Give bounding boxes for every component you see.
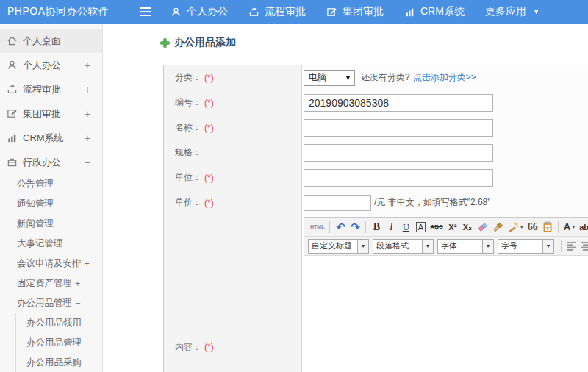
top-nav-menu: 个人办公 流程审批 集团审批 [171, 5, 560, 18]
collapse-minus-icon[interactable]: − [75, 298, 80, 309]
form-row-price: 单价： (*) /元 非中文，如填写格式"2.68" [164, 190, 588, 215]
edit-icon [7, 108, 18, 119]
eraser-icon [477, 222, 488, 232]
bold-button[interactable]: B [370, 220, 383, 235]
clipboard-text-icon: T [542, 221, 553, 232]
add-category-link[interactable]: 点击添加分类>> [413, 71, 476, 84]
format-brush-button[interactable] [491, 220, 505, 235]
expand-plus-icon[interactable]: + [85, 108, 90, 120]
form-row-code: 编号： (*) [164, 90, 588, 115]
unit-input[interactable] [304, 169, 493, 187]
nav-more-apps[interactable]: 更多应用 ▼ [485, 5, 539, 18]
expand-plus-icon[interactable]: + [85, 259, 90, 269]
chart-icon [7, 132, 18, 143]
spec-input[interactable] [304, 144, 493, 162]
required-marker: (*) [204, 123, 214, 133]
align-left-button[interactable] [565, 239, 578, 254]
undo-icon[interactable]: ↶ [334, 220, 347, 235]
spec-field-cell [302, 140, 588, 165]
hamburger-menu-icon[interactable] [140, 7, 151, 16]
required-marker: (*) [204, 98, 214, 108]
expand-plus-icon[interactable]: + [85, 84, 90, 96]
font-border-button[interactable]: A [416, 222, 426, 232]
remove-format-button[interactable] [476, 220, 490, 235]
name-label-cell: 名称： (*) [164, 115, 302, 140]
sidebar-item-personal-office[interactable]: 个人办公 + [0, 53, 102, 77]
briefcase-icon [7, 157, 18, 168]
price-label-cell: 单价： (*) [164, 190, 302, 215]
sidebar-subitem-announcements[interactable]: 公告管理 [0, 174, 102, 194]
main-content: 办公用品添加 分类： (*) 电脑 ▼ 还没有分类? 点击添加分类>> [104, 24, 588, 372]
toolbar-separator [365, 221, 366, 233]
expand-plus-icon[interactable]: + [85, 60, 90, 71]
select-caret-icon: ▼ [345, 74, 351, 82]
price-input[interactable] [304, 195, 371, 211]
font-color-button[interactable]: A ▾ [562, 220, 576, 235]
select-value: 字号 [498, 240, 542, 251]
toolbar-separator [329, 221, 330, 233]
editor-content-area[interactable] [304, 256, 588, 372]
sidebar-subitem-label: 固定资产管理 [17, 277, 72, 290]
auto-typeset-button[interactable]: ▾ [506, 220, 525, 235]
sidebar-item-workflow-approval[interactable]: 流程审批 + [0, 77, 102, 101]
expand-plus-icon[interactable]: + [75, 279, 80, 289]
rich-text-editor: HTML ↶ ↷ B I U A ABC X² X₂ [304, 217, 588, 372]
sidebar-subitem-fixed-assets[interactable]: 固定资产管理 + [0, 273, 102, 293]
sidebar-item-crm-system[interactable]: CRM系统 + [0, 126, 102, 150]
sidebar-item-admin-office[interactable]: 行政办公 − [0, 150, 102, 174]
caret-down-icon: ▾ [482, 240, 493, 253]
edit-icon [326, 7, 337, 18]
nav-item-label: CRM系统 [420, 5, 465, 18]
paragraph-format-select[interactable]: 段落格式 ▾ [373, 239, 434, 254]
form-row-category: 分类： (*) 电脑 ▼ 还没有分类? 点击添加分类>> [164, 65, 588, 90]
caret-down-icon: ▾ [520, 223, 523, 230]
sidebar-subitem-news[interactable]: 新闻管理 [0, 214, 102, 234]
subscript-button[interactable]: X₂ [461, 220, 474, 235]
sidebar-item-label: 流程审批 [23, 83, 61, 96]
sidebar-subitem-supplies-management[interactable]: 办公用品管理 [16, 333, 102, 353]
sidebar-item-label: 行政办公 [23, 156, 61, 169]
paste-as-text-button[interactable]: T [541, 220, 554, 235]
sidebar-item-personal-desktop[interactable]: 个人桌面 [0, 29, 102, 53]
office-supplies-submenu: 办公用品领用 办公用品管理 办公用品采购 [15, 313, 102, 372]
nav-personal-office[interactable]: 个人办公 [171, 5, 228, 18]
font-size-select[interactable]: 字号 ▾ [498, 239, 554, 254]
add-supply-form: 分类： (*) 电脑 ▼ 还没有分类? 点击添加分类>> 编号： (*) [163, 65, 588, 372]
sidebar-subitem-label: 办公用品管理 [26, 337, 82, 349]
price-format-hint: /元 非中文，如填写格式"2.68" [374, 196, 491, 209]
custom-heading-select[interactable]: 自定义标题 ▾ [308, 239, 369, 254]
highlight-color-button[interactable]: ab ▾ [578, 220, 588, 235]
caret-down-icon: ▾ [542, 240, 553, 253]
sidebar-subitem-supplies-requisition[interactable]: 办公用品领用 [16, 313, 102, 333]
caret-down-icon: ▾ [357, 240, 368, 253]
sidebar-subitem-memorabilia[interactable]: 大事记管理 [0, 234, 102, 254]
font-family-select[interactable]: 字体 ▾ [437, 239, 494, 254]
superscript-button[interactable]: X² [446, 220, 459, 235]
nav-group-approval[interactable]: 集团审批 [326, 5, 384, 18]
collapse-minus-icon[interactable]: − [85, 157, 90, 168]
required-marker: (*) [204, 73, 214, 83]
field-label: 名称： [175, 121, 201, 134]
sidebar-subitem-meetings[interactable]: 会议申请及安排 + [0, 254, 102, 273]
name-input[interactable] [304, 119, 493, 137]
sidebar-item-group-approval[interactable]: 集团审批 + [0, 101, 102, 126]
sidebar-subitem-office-supplies[interactable]: 办公用品管理 − [0, 293, 102, 313]
sidebar-subitem-label: 会议申请及安排 [17, 257, 82, 270]
font-color-glyph: A [564, 221, 570, 232]
italic-button[interactable]: I [384, 220, 398, 235]
redo-icon[interactable]: ↷ [348, 220, 362, 235]
nav-workflow-approval[interactable]: 流程审批 [248, 5, 306, 18]
strikethrough-button[interactable]: ABC [429, 220, 444, 235]
html-source-button[interactable]: HTML [309, 220, 326, 235]
nav-item-label: 个人办公 [187, 5, 228, 18]
category-select[interactable]: 电脑 ▼ [304, 70, 355, 86]
code-input[interactable] [304, 94, 493, 112]
expand-plus-icon[interactable]: + [85, 132, 90, 144]
underline-button[interactable]: U [399, 220, 412, 235]
sidebar-subitem-supplies-purchase[interactable]: 办公用品采购 [16, 353, 102, 372]
blockquote-button[interactable]: 66 [526, 220, 539, 235]
align-center-button[interactable] [580, 239, 588, 254]
nav-crm-system[interactable]: CRM系统 [404, 5, 465, 18]
sidebar-subitem-notices[interactable]: 通知管理 [0, 194, 102, 214]
required-marker: (*) [204, 342, 214, 352]
